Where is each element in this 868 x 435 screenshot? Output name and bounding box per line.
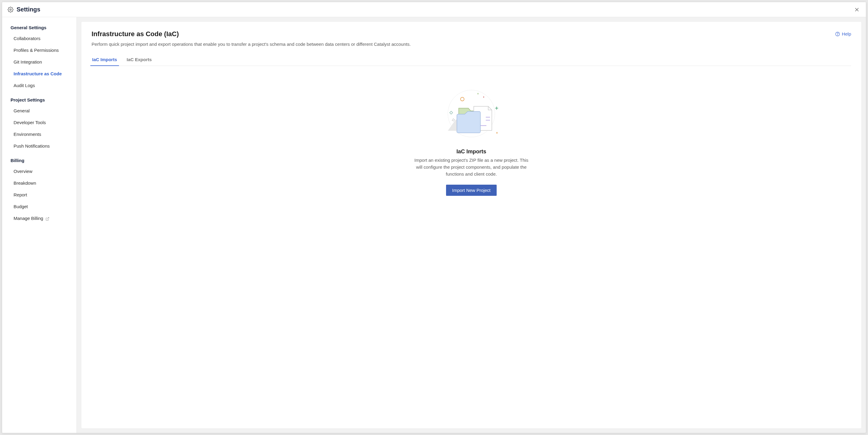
sidebar-item-label: Budget: [13, 203, 28, 210]
sidebar-section-title-billing: Billing: [2, 158, 76, 163]
sidebar-section-title-project: Project Settings: [2, 97, 76, 103]
help-icon: [835, 32, 840, 36]
sidebar-item-collaborators[interactable]: Collaborators: [2, 33, 76, 44]
sidebar-section-title-general: General Settings: [2, 25, 76, 31]
sidebar-item-audit-logs[interactable]: Audit Logs: [2, 80, 76, 91]
svg-point-18: [483, 96, 484, 97]
sidebar-item-label: Infrastructure as Code: [13, 70, 62, 77]
external-link-icon: [45, 215, 50, 221]
svg-marker-17: [452, 119, 455, 121]
sidebar-item-git-integration[interactable]: Git Integration: [2, 56, 76, 68]
sidebar-item-label: Profiles & Permissions: [13, 47, 59, 53]
sidebar-item-label: Push Notifications: [13, 143, 50, 149]
empty-description: Import an existing project's ZIP file as…: [414, 157, 529, 178]
page-title: Infrastructure as Code (IaC): [92, 30, 411, 38]
tabs: IaC Imports IaC Exports: [92, 55, 851, 66]
sidebar-item-infrastructure-as-code[interactable]: Infrastructure as Code: [2, 68, 76, 80]
tab-label: IaC Imports: [92, 57, 117, 62]
svg-point-0: [10, 9, 11, 10]
sidebar-section-billing: Overview Breakdown Report Budget Manage …: [2, 163, 76, 230]
help-label: Help: [842, 31, 851, 36]
sidebar-item-label: Environments: [13, 131, 41, 137]
empty-title: IaC Imports: [456, 149, 486, 155]
svg-marker-16: [450, 111, 453, 114]
svg-point-11: [461, 97, 464, 101]
sidebar-item-overview[interactable]: Overview: [2, 165, 76, 177]
header-left: Settings: [7, 6, 40, 13]
sidebar-item-label: Collaborators: [13, 35, 40, 41]
header-bar: Settings: [2, 2, 866, 17]
sidebar-section-project: General Developer Tools Environments Pus…: [2, 103, 76, 158]
close-button[interactable]: [853, 6, 861, 13]
sidebar-item-profiles-permissions[interactable]: Profiles & Permissions: [2, 44, 76, 56]
sidebar-item-breakdown[interactable]: Breakdown: [2, 177, 76, 189]
sidebar-item-label: Manage Billing: [13, 215, 43, 221]
sidebar-item-general[interactable]: General: [2, 105, 76, 117]
sidebar-item-label: Overview: [13, 168, 33, 175]
sidebar-item-label: General: [13, 107, 30, 114]
sidebar-item-label: Git Integration: [13, 59, 42, 65]
sidebar: General Settings Collaborators Profiles …: [2, 17, 77, 433]
empty-illustration: [441, 87, 501, 141]
svg-line-3: [47, 217, 49, 219]
panel-header: Infrastructure as Code (IaC) Perform qui…: [92, 30, 851, 55]
body: General Settings Collaborators Profiles …: [2, 17, 866, 433]
sidebar-item-label: Report: [13, 192, 27, 198]
sidebar-item-report[interactable]: Report: [2, 189, 76, 200]
sidebar-item-label: Audit Logs: [13, 82, 35, 89]
sidebar-item-push-notifications[interactable]: Push Notifications: [2, 140, 76, 152]
import-new-project-button[interactable]: Import New Project: [446, 185, 497, 196]
svg-point-5: [838, 35, 838, 35]
tab-iac-imports[interactable]: IaC Imports: [92, 55, 118, 66]
help-link[interactable]: Help: [835, 31, 851, 36]
sidebar-section-general: Collaborators Profiles & Permissions Git…: [2, 31, 76, 97]
page-header-title: Settings: [17, 6, 40, 13]
sidebar-item-manage-billing[interactable]: Manage Billing: [2, 212, 76, 224]
panel-header-text: Infrastructure as Code (IaC) Perform qui…: [92, 30, 411, 55]
tab-label: IaC Exports: [127, 57, 152, 62]
empty-state: IaC Imports Import an existing project's…: [92, 87, 851, 196]
sidebar-item-label: Breakdown: [13, 180, 36, 186]
sidebar-item-environments[interactable]: Environments: [2, 128, 76, 140]
sidebar-item-developer-tools[interactable]: Developer Tools: [2, 117, 76, 128]
sidebar-item-label: Developer Tools: [13, 119, 46, 126]
tab-iac-exports[interactable]: IaC Exports: [126, 55, 152, 66]
gear-icon: [7, 7, 13, 13]
page-description: Perform quick project import and export …: [92, 41, 411, 48]
sidebar-item-budget[interactable]: Budget: [2, 200, 76, 212]
main-content: Infrastructure as Code (IaC) Perform qui…: [77, 17, 866, 433]
settings-window: Settings General Settings Collaborators …: [2, 2, 866, 433]
content-panel: Infrastructure as Code (IaC) Perform qui…: [81, 21, 862, 429]
